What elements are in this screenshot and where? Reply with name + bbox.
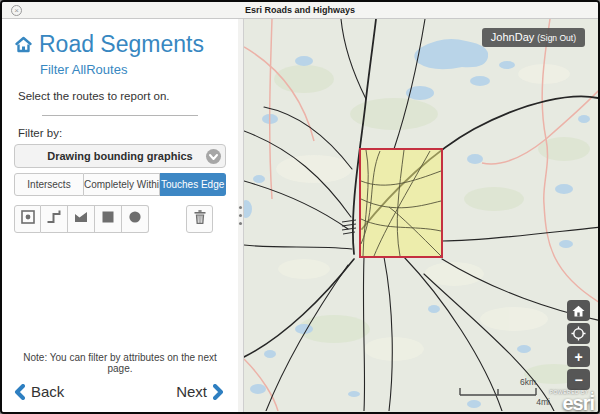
draw-polyline-button[interactable]	[41, 205, 68, 233]
polyline-icon	[46, 209, 62, 229]
sign-out-link[interactable]: (Sign Out)	[537, 33, 576, 43]
dropdown-selected-value: Drawing bounding graphics	[15, 150, 225, 162]
scale-imperial-label: 4mi	[536, 397, 550, 406]
point-icon	[20, 209, 36, 229]
user-name: JohnDay	[491, 31, 534, 43]
scale-metric-label: 6km	[520, 377, 536, 387]
draw-polygon-button[interactable]	[68, 205, 95, 233]
polygon-icon	[73, 209, 89, 229]
back-label: Back	[31, 383, 64, 400]
zoom-out-button[interactable]: −	[567, 369, 590, 390]
home-nav-icon	[572, 305, 585, 317]
next-label: Next	[176, 383, 207, 400]
spatial-relation-buttons: Intersects Completely Within Touches Edg…	[14, 173, 226, 196]
instruction-text: Select the routes to report on.	[18, 90, 226, 102]
scale-bar: 6km 4mi	[456, 374, 552, 410]
circle-icon	[127, 209, 143, 229]
drag-dot	[239, 222, 242, 225]
back-button[interactable]: Back	[14, 383, 64, 400]
trash-icon	[192, 209, 208, 229]
drag-dot	[239, 214, 242, 217]
delete-graphics-button[interactable]	[186, 205, 213, 233]
basemap	[244, 19, 598, 411]
locate-button[interactable]	[567, 323, 590, 344]
rectangle-icon	[100, 209, 116, 229]
map-nav-controls: + −	[567, 300, 590, 390]
page-title: Road Segments	[39, 31, 204, 58]
draw-toolbar	[14, 205, 226, 233]
next-button[interactable]: Next	[176, 383, 224, 400]
next-chevron-icon	[213, 384, 224, 400]
touches-edge-button[interactable]: Touches Edge	[160, 173, 226, 196]
map-canvas[interactable]: JohnDay (Sign Out)	[244, 19, 598, 412]
filter-panel: Road Segments Filter AllRoutes Select th…	[2, 19, 238, 412]
user-session-button[interactable]: JohnDay (Sign Out)	[482, 28, 585, 47]
completely-within-button[interactable]: Completely Within	[84, 173, 160, 196]
chevron-down-icon	[206, 149, 221, 164]
home-extent-button[interactable]	[567, 300, 590, 321]
zoom-in-button[interactable]: +	[567, 346, 590, 367]
subtitle-filter-allroutes: Filter AllRoutes	[40, 62, 226, 77]
close-icon[interactable]: ×	[11, 5, 22, 16]
home-icon	[14, 36, 33, 53]
panel-spacer	[14, 233, 226, 352]
divider-line	[42, 115, 198, 116]
title-bar: × Esri Roads and Highways	[2, 2, 598, 19]
draw-point-button[interactable]	[14, 205, 41, 233]
filter-by-label: Filter by:	[18, 127, 226, 139]
note-text: Note: You can filter by attributes on th…	[14, 352, 226, 374]
drag-dot	[239, 206, 242, 209]
draw-circle-button[interactable]	[122, 205, 149, 233]
app-window: × Esri Roads and Highways Road Segments …	[0, 0, 600, 414]
filter-method-dropdown[interactable]: Drawing bounding graphics	[14, 144, 226, 168]
intersects-button[interactable]: Intersects	[14, 173, 84, 196]
locate-icon	[571, 326, 586, 341]
back-chevron-icon	[14, 384, 25, 400]
window-title: Esri Roads and Highways	[2, 5, 598, 15]
draw-rectangle-button[interactable]	[95, 205, 122, 233]
wizard-navigation: Back Next	[14, 383, 226, 404]
